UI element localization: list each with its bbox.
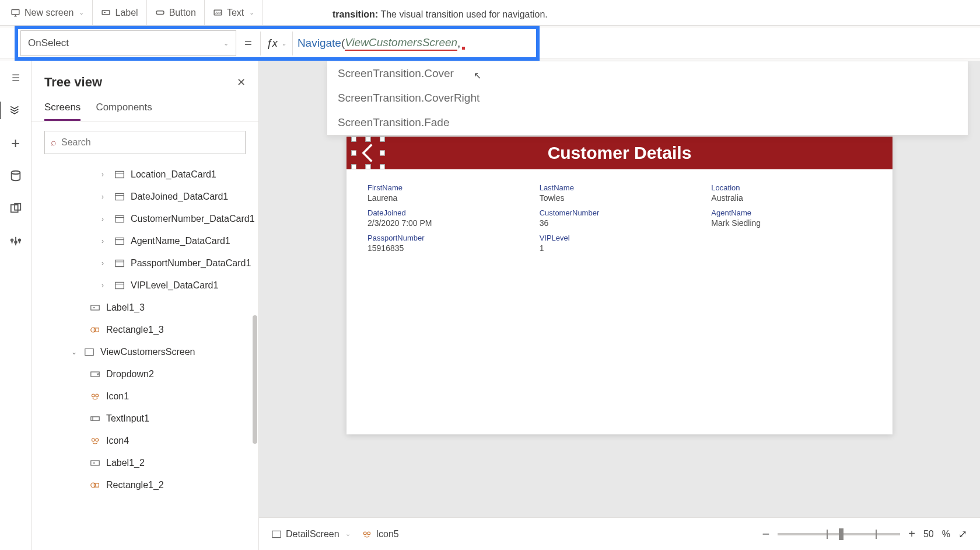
tree-view-icon[interactable] bbox=[9, 104, 22, 117]
icon-node-icon bbox=[90, 437, 100, 445]
svg-rect-17 bbox=[116, 238, 124, 244]
add-icon[interactable]: + bbox=[9, 137, 22, 149]
tree-search-input[interactable]: ⌕ Search bbox=[44, 131, 246, 154]
label-node-icon bbox=[90, 304, 100, 312]
tree-view-title: Tree view bbox=[44, 75, 102, 90]
tree-node-datacard[interactable]: ›PassportNumber_DataCard1 bbox=[32, 252, 258, 274]
preview-title: Customer Details bbox=[548, 143, 692, 163]
tree-node-textinput[interactable]: TextInput1 bbox=[32, 408, 258, 430]
tooltip-desc: The visual transition used for navigatio… bbox=[380, 9, 547, 19]
svg-rect-21 bbox=[116, 282, 124, 288]
formula-input[interactable]: Navigate(ViewCustomersScreen, bbox=[293, 30, 534, 56]
svg-rect-13 bbox=[116, 193, 124, 200]
autocomplete-item[interactable]: ScreenTransition.Fade bbox=[327, 110, 968, 135]
hamburger-icon[interactable]: ☰ bbox=[9, 71, 22, 84]
tree-node-dropdown[interactable]: Dropdown2 bbox=[32, 363, 258, 385]
equals-sign: = bbox=[236, 36, 260, 51]
field-label: Location bbox=[711, 183, 872, 192]
selection-handle[interactable] bbox=[380, 137, 385, 142]
tab-screens[interactable]: Screens bbox=[44, 102, 80, 121]
zoom-out-button[interactable]: − bbox=[762, 527, 769, 542]
tree-node-datacard[interactable]: ›AgentName_DataCard1 bbox=[32, 230, 258, 252]
svg-rect-1 bbox=[103, 11, 110, 15]
svg-point-5 bbox=[11, 171, 20, 175]
property-selector-value: OnSelect bbox=[28, 37, 69, 49]
selected-back-icon[interactable] bbox=[354, 139, 383, 167]
field-label: CustomerNumber bbox=[540, 208, 700, 217]
tree-node-icon[interactable]: Icon4 bbox=[32, 430, 258, 452]
property-selector[interactable]: OnSelect ⌄ bbox=[20, 30, 236, 56]
button-icon bbox=[155, 8, 165, 18]
screen-icon bbox=[272, 530, 281, 538]
chevron-right-icon[interactable]: › bbox=[102, 259, 108, 267]
data-icon[interactable] bbox=[9, 169, 22, 182]
svg-rect-2 bbox=[156, 11, 164, 15]
field-label: DateJoined bbox=[368, 208, 528, 217]
field-label: LastName bbox=[540, 183, 700, 192]
insert-text-label: Text bbox=[227, 8, 244, 18]
chevron-right-icon[interactable]: › bbox=[102, 237, 108, 245]
datacard-icon bbox=[114, 193, 125, 201]
field-value: Mark Siedling bbox=[711, 218, 872, 228]
svg-rect-0 bbox=[12, 10, 19, 15]
chevron-right-icon[interactable]: › bbox=[102, 215, 108, 223]
selection-handle[interactable] bbox=[351, 151, 356, 156]
breadcrumb-screen[interactable]: DetailScreen ⌄ bbox=[272, 529, 351, 539]
svg-rect-26 bbox=[85, 349, 93, 355]
autocomplete-item[interactable]: ScreenTransition.CoverRight bbox=[327, 86, 968, 110]
settings-icon[interactable] bbox=[9, 235, 22, 248]
breadcrumb-control[interactable]: Icon5 bbox=[362, 529, 399, 539]
tree-node-datacard[interactable]: ›CustomerNumber_DataCard1 bbox=[32, 208, 258, 230]
zoom-in-button[interactable]: + bbox=[908, 527, 915, 541]
chevron-right-icon[interactable]: › bbox=[102, 170, 108, 179]
selection-handle[interactable] bbox=[380, 151, 385, 156]
fullscreen-icon[interactable]: ⤢ bbox=[958, 528, 967, 541]
field-label: AgentName bbox=[711, 208, 872, 217]
text-icon: Abc bbox=[213, 8, 223, 18]
selection-handle[interactable] bbox=[380, 164, 385, 169]
svg-rect-30 bbox=[91, 417, 99, 420]
media-icon[interactable] bbox=[9, 202, 22, 215]
search-icon: ⌕ bbox=[51, 137, 57, 148]
tree-node-rectangle[interactable]: Rectangle1_2 bbox=[32, 474, 258, 496]
fx-button[interactable]: ƒx ⌄ bbox=[260, 32, 293, 55]
tree-node-datacard[interactable]: ›Location_DataCard1 bbox=[32, 163, 258, 186]
selection-handle[interactable] bbox=[351, 137, 356, 142]
chevron-right-icon[interactable]: › bbox=[102, 281, 108, 290]
chevron-right-icon[interactable]: › bbox=[102, 193, 108, 201]
close-icon[interactable]: ✕ bbox=[237, 76, 246, 89]
tree-node-screen[interactable]: ⌄ViewCustomersScreen bbox=[32, 341, 258, 363]
chevron-down-icon: ⌄ bbox=[249, 9, 254, 16]
tree-node-icon[interactable]: Icon1 bbox=[32, 385, 258, 408]
screen-icon bbox=[10, 8, 20, 18]
autocomplete-item[interactable]: ScreenTransition.Cover bbox=[327, 61, 968, 86]
zoom-slider-thumb[interactable] bbox=[839, 528, 844, 540]
selection-handle[interactable] bbox=[366, 164, 371, 169]
chevron-down-icon: ⌄ bbox=[345, 530, 351, 538]
selection-handle[interactable] bbox=[351, 164, 356, 169]
svg-rect-15 bbox=[116, 215, 124, 222]
tree-node-datacard[interactable]: ›DateJoined_DataCard1 bbox=[32, 186, 258, 208]
insert-label-button[interactable]: Label bbox=[93, 0, 146, 25]
cursor-marker bbox=[462, 47, 465, 50]
screen-node-icon bbox=[84, 348, 94, 357]
status-bar: DetailScreen ⌄ Icon5 − + 50 % ⤢ bbox=[259, 517, 980, 550]
scrollbar-thumb[interactable] bbox=[253, 315, 257, 444]
tree-node-datacard[interactable]: ›VIPLevel_DataCard1 bbox=[32, 274, 258, 297]
field-label: VIPLevel bbox=[540, 234, 700, 242]
svg-text:Abc: Abc bbox=[215, 11, 221, 15]
insert-text-button[interactable]: Abc Text ⌄ bbox=[205, 0, 263, 25]
tab-components[interactable]: Components bbox=[96, 102, 152, 121]
selection-handle[interactable] bbox=[366, 137, 371, 142]
tree-node-label[interactable]: Label1_2 bbox=[32, 452, 258, 474]
insert-button-text: Button bbox=[169, 8, 196, 18]
dropdown-node-icon bbox=[90, 370, 100, 379]
chevron-down-icon: ⌄ bbox=[281, 40, 286, 47]
tree-node-label[interactable]: Label1_3 bbox=[32, 297, 258, 319]
field-value: Australia bbox=[711, 193, 872, 203]
tree-node-rectangle[interactable]: Rectangle1_3 bbox=[32, 319, 258, 341]
insert-button-button[interactable]: Button bbox=[147, 0, 205, 25]
zoom-slider[interactable] bbox=[778, 533, 900, 535]
new-screen-button[interactable]: New screen ⌄ bbox=[2, 0, 93, 25]
chevron-down-icon[interactable]: ⌄ bbox=[71, 348, 78, 356]
